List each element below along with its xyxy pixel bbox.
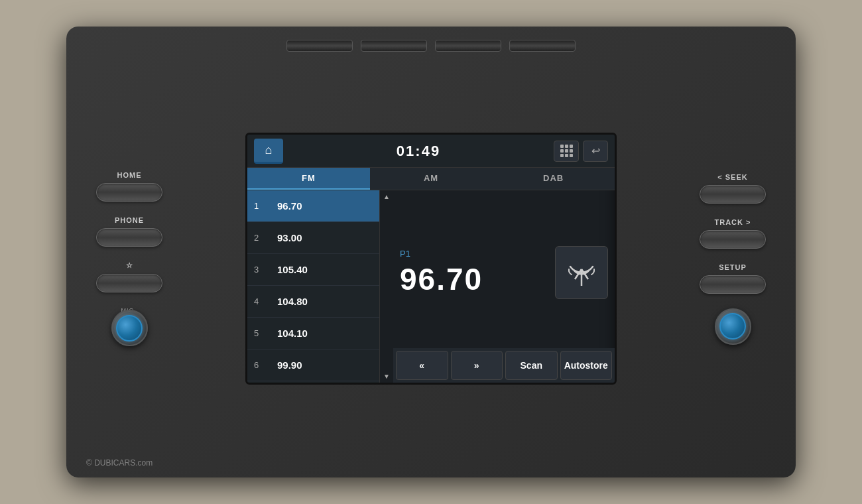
- right-controls: < SEEK TRACK > SETUP: [676, 173, 782, 345]
- fav-button[interactable]: [96, 274, 162, 292]
- bottom-controls: « » Scan Autostore: [393, 348, 615, 383]
- preset-label: P1: [400, 249, 483, 259]
- station-num-3: 3: [254, 265, 267, 275]
- watermark: © DUBICARS.com: [86, 458, 153, 468]
- main-row: HOME PHONE ☆ MIC: [80, 133, 782, 385]
- screen-header: ⌂ 01:49 ↩: [247, 135, 615, 168]
- station-item-4[interactable]: 4 104.80: [247, 286, 379, 318]
- grid-button[interactable]: [554, 141, 579, 162]
- forward-button[interactable]: »: [451, 351, 503, 380]
- station-freq-6: 99.90: [277, 359, 302, 371]
- station-item-5[interactable]: 5 104.10: [247, 318, 379, 349]
- power-button[interactable]: [111, 310, 148, 346]
- freq-info: P1 96.70: [400, 249, 483, 297]
- track-label: TRACK >: [715, 218, 751, 226]
- setup-label: SETUP: [719, 263, 747, 271]
- station-freq-3: 105.40: [277, 264, 308, 275]
- back-icon: ↩: [591, 145, 600, 157]
- screen-home-button[interactable]: ⌂: [254, 139, 283, 164]
- track-button[interactable]: [700, 230, 766, 249]
- right-knob[interactable]: [715, 308, 751, 345]
- top-vents: [265, 40, 597, 52]
- scan-button[interactable]: Scan: [505, 351, 558, 380]
- station-item-3[interactable]: 3 105.40: [247, 254, 379, 286]
- autostore-button[interactable]: Autostore: [560, 351, 613, 380]
- vent-slot: [509, 40, 576, 52]
- back-button[interactable]: ↩: [583, 141, 608, 162]
- station-num-6: 6: [254, 360, 267, 370]
- setup-button[interactable]: [700, 275, 766, 294]
- station-num-1: 1: [254, 201, 267, 211]
- scroll-down-arrow[interactable]: ▼: [383, 373, 390, 380]
- track-group: TRACK >: [700, 218, 766, 249]
- home-button[interactable]: [96, 183, 162, 202]
- station-list-wrapper: 1 96.70 2 93.00 3 105.40: [247, 190, 393, 383]
- tab-am[interactable]: AM: [370, 168, 493, 190]
- station-freq-5: 104.10: [277, 328, 308, 339]
- setup-group: SETUP: [700, 263, 766, 294]
- station-freq-2: 93.00: [277, 232, 302, 243]
- screen: ⌂ 01:49 ↩: [245, 133, 617, 385]
- station-list: 1 96.70 2 93.00 3 105.40: [247, 190, 380, 383]
- content-area: P1 96.70: [393, 190, 615, 383]
- phone-label: PHONE: [115, 216, 144, 224]
- fav-label: ☆: [126, 261, 133, 270]
- freq-number: 96.70: [400, 261, 483, 297]
- vent-slot: [435, 40, 501, 52]
- signal-icon: [565, 256, 598, 289]
- car-unit: HOME PHONE ☆ MIC: [66, 27, 796, 477]
- seek-button[interactable]: [700, 185, 766, 204]
- vent-slot: [361, 40, 427, 52]
- left-controls: HOME PHONE ☆ MIC: [80, 171, 186, 346]
- scroll-up-arrow[interactable]: ▲: [383, 193, 390, 200]
- power-group: MIC: [111, 307, 148, 346]
- seek-group: < SEEK: [700, 173, 766, 204]
- station-freq-1: 96.70: [277, 200, 302, 212]
- station-freq-4: 104.80: [277, 296, 308, 307]
- screen-tabs: FM AM DAB: [247, 168, 615, 190]
- right-knob-inner: [719, 313, 746, 340]
- signal-icon-box: [555, 246, 608, 299]
- station-item-2[interactable]: 2 93.00: [247, 222, 379, 254]
- grid-icon: [560, 145, 573, 157]
- power-button-inner: [116, 315, 143, 342]
- station-num-4: 4: [254, 296, 267, 306]
- screen-body: 1 96.70 2 93.00 3 105.40: [247, 190, 615, 383]
- station-item-6[interactable]: 6 99.90: [247, 349, 379, 381]
- tab-dab[interactable]: DAB: [492, 168, 615, 190]
- tab-fm[interactable]: FM: [247, 168, 370, 190]
- freq-display: P1 96.70: [400, 197, 608, 348]
- station-item-1[interactable]: 1 96.70: [247, 190, 379, 222]
- screen-wrapper: ⌂ 01:49 ↩: [186, 133, 676, 385]
- phone-button[interactable]: [96, 228, 162, 247]
- seek-label: < SEEK: [717, 173, 747, 181]
- header-right: ↩: [554, 141, 608, 162]
- vent-slot: [286, 40, 353, 52]
- station-num-2: 2: [254, 233, 267, 243]
- time-display: 01:49: [283, 143, 554, 160]
- home-label: HOME: [117, 171, 142, 179]
- home-icon: ⌂: [265, 143, 273, 157]
- station-num-5: 5: [254, 328, 267, 338]
- list-scrollbar: ▲ ▼: [380, 190, 393, 383]
- rewind-button[interactable]: «: [396, 351, 448, 380]
